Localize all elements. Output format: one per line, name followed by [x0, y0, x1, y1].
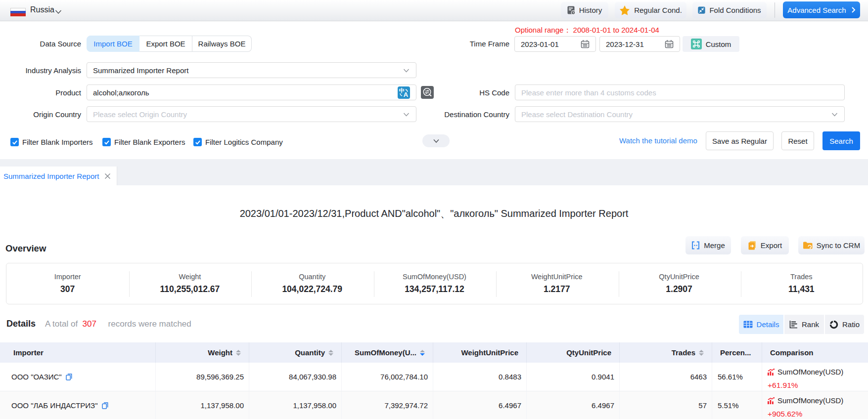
svg-text:A: A	[404, 91, 409, 98]
